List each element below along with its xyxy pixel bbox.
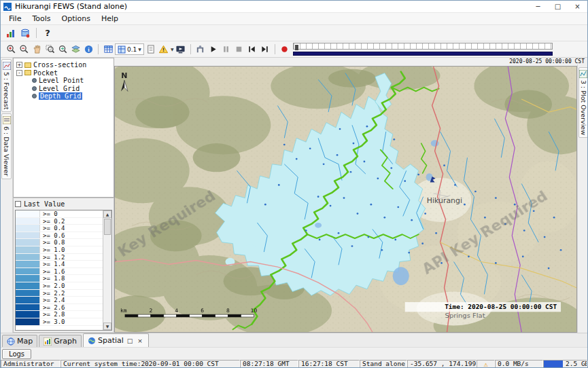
- contour-threshold-dropdown[interactable]: 0.1 ▼: [115, 43, 144, 55]
- legend-swatch: [16, 210, 40, 217]
- database-chart-icon[interactable]: [5, 27, 17, 39]
- tab-graph[interactable]: Graph: [39, 335, 82, 347]
- tree-node-label: Pocket: [33, 69, 58, 77]
- collapse-icon[interactable]: -: [16, 70, 22, 76]
- legend-row: >= 2.2: [16, 290, 111, 297]
- legend-swatch: [16, 239, 40, 246]
- pan-hand-icon[interactable]: [31, 43, 43, 56]
- tree-node-depth-grid[interactable]: Depth Grid: [14, 92, 114, 100]
- minimize-button[interactable]: ─: [528, 1, 548, 12]
- dock-tab-plot-overview[interactable]: 3 : Plot Overview: [578, 67, 588, 138]
- menu-options[interactable]: Options: [56, 14, 96, 24]
- chevron-down-icon[interactable]: ▼: [171, 48, 174, 52]
- record-button[interactable]: [279, 43, 291, 56]
- last-step-button[interactable]: [259, 43, 271, 56]
- tab-spatial[interactable]: Spatial □ ×: [83, 333, 149, 347]
- dock-tab-forecast[interactable]: 5 : Forecast: [1, 59, 12, 112]
- timeline-track[interactable]: [293, 43, 553, 50]
- map-canvas[interactable]: Hikurangi Springs Flat API Key Required …: [114, 66, 577, 333]
- tab-label: Graph: [54, 337, 77, 346]
- data-viewer-tab-icon: [3, 116, 11, 124]
- tree-node-level-grid[interactable]: Level Grid: [14, 85, 114, 93]
- menu-help[interactable]: Help: [96, 14, 124, 24]
- chart-icon: [44, 337, 52, 346]
- legend-swatch: [16, 311, 40, 318]
- scroll-up-icon[interactable]: ▲: [103, 210, 111, 218]
- legend-row: >= 1.2: [16, 254, 111, 261]
- close-button[interactable]: ×: [568, 1, 587, 12]
- legend-row: >= 1.6: [16, 268, 111, 276]
- status-gmt-time: 08:27:18 GMT: [240, 360, 298, 368]
- tree-node-label: Level Point: [39, 77, 84, 84]
- zoom-out-icon[interactable]: [18, 43, 30, 56]
- database-icon[interactable]: [19, 27, 31, 39]
- zoom-box-icon[interactable]: [44, 43, 56, 56]
- zoom-in-icon[interactable]: [5, 43, 17, 56]
- tab-map[interactable]: Map: [2, 335, 37, 347]
- play-button[interactable]: [207, 43, 220, 56]
- tab-label: Spatial: [98, 336, 124, 345]
- legend-row: >= 0.8: [16, 239, 111, 246]
- tree-node-cross-section[interactable]: + Cross-section: [14, 61, 114, 69]
- document-icon[interactable]: [145, 43, 157, 56]
- expand-icon[interactable]: +: [16, 62, 22, 68]
- tree-node-pocket[interactable]: - Pocket: [14, 69, 114, 77]
- legend-swatch: [16, 218, 40, 225]
- tree-node-label: Cross-section: [33, 61, 86, 69]
- panel-maximize-icon[interactable]: □: [126, 337, 135, 344]
- info-icon[interactable]: i: [82, 43, 94, 56]
- warning-dropdown-icon[interactable]: !: [158, 43, 170, 56]
- tree-node-label: Level Grid: [39, 85, 80, 92]
- title-bar: Hikurangi FEWS (Stand alone) ─ □ ×: [1, 1, 587, 13]
- profile-tool-icon[interactable]: [194, 43, 207, 56]
- legend-row: >= 2.6: [16, 304, 111, 312]
- panel-close-icon[interactable]: ×: [136, 337, 144, 344]
- zoom-extent-icon[interactable]: [56, 43, 69, 56]
- node-bullet-icon: [32, 86, 37, 91]
- legend-swatch: [16, 275, 40, 282]
- grid-table-icon[interactable]: [102, 43, 114, 56]
- legend-row: >= 2.0: [16, 282, 111, 290]
- toolbar-separator: [98, 44, 99, 54]
- legend-swatch: [16, 261, 40, 268]
- timeline-handle[interactable]: [295, 45, 298, 50]
- plot-overview-tab-icon: [579, 70, 587, 78]
- maximize-button[interactable]: □: [548, 1, 568, 12]
- status-system-time: Current system time:2020-09-01 00:00 CST: [60, 360, 240, 368]
- chevron-down-icon: ▼: [138, 48, 141, 52]
- last-value-checkbox[interactable]: [15, 201, 21, 207]
- status-warning-icon[interactable]: ⚠: [477, 360, 495, 368]
- legend-row: >= 2.4: [16, 297, 111, 304]
- legend-scrollbar[interactable]: ▲ ▼: [103, 210, 111, 330]
- stop-button[interactable]: [233, 43, 245, 56]
- menu-file[interactable]: File: [3, 14, 27, 24]
- timeline-slider[interactable]: [293, 43, 553, 56]
- legend-row: >= 1.4: [16, 261, 111, 268]
- left-dock-strip: 5 : Forecast 6 : Data Viewer: [1, 58, 13, 333]
- dock-tab-data-viewer[interactable]: 6 : Data Viewer: [1, 113, 12, 179]
- legend-row: >= 1.8: [16, 275, 111, 282]
- tree-node-level-point[interactable]: Level Point: [14, 77, 114, 85]
- place-label: Springs Flat: [445, 312, 485, 319]
- help-icon[interactable]: ?: [41, 27, 54, 39]
- menu-tools[interactable]: Tools: [27, 14, 56, 24]
- pause-button[interactable]: [220, 43, 232, 56]
- legend-row: >= 2.8: [16, 311, 111, 318]
- filter-panel: + Cross-section - Pocket Level Point Lev…: [13, 58, 114, 333]
- layers-icon[interactable]: [69, 43, 82, 56]
- legend-swatch: [16, 297, 40, 303]
- legend-swatch: [16, 268, 40, 275]
- status-mode: Stand alone: [360, 360, 407, 368]
- scroll-thumb[interactable]: [104, 219, 111, 235]
- legend-title: Last Value: [24, 200, 65, 208]
- toolbar-separator: [275, 44, 275, 54]
- scroll-down-icon[interactable]: ▼: [103, 323, 111, 330]
- timeline-span-bar: [293, 52, 553, 56]
- status-memory: 2.5 GB: [543, 360, 587, 368]
- logs-button[interactable]: Logs: [2, 349, 31, 359]
- timeline-date-label: 2020-08-25 00:00:00 CST: [508, 58, 586, 65]
- memory-label: 2.5 GB: [544, 360, 587, 367]
- animation-display-icon[interactable]: [175, 43, 187, 56]
- first-step-button[interactable]: [246, 43, 258, 56]
- svg-text:2: 2: [149, 308, 152, 314]
